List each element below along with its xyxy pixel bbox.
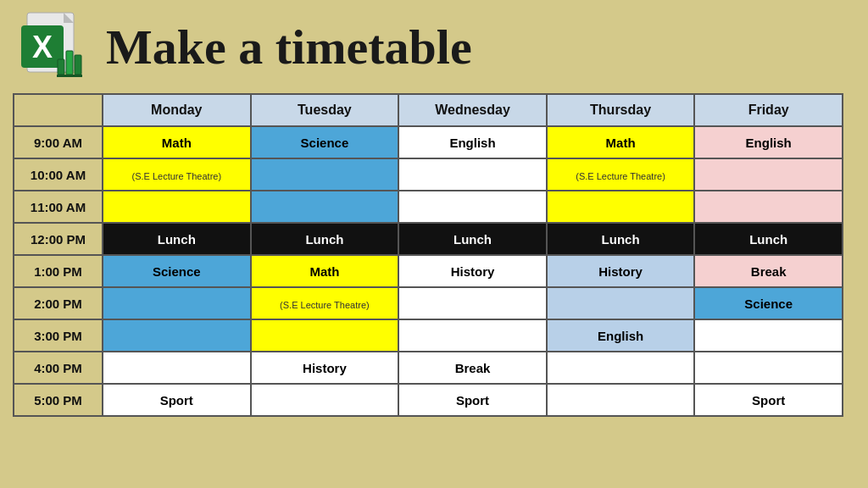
timetable-cell: Sport: [694, 384, 843, 416]
timetable-cell: [251, 158, 399, 191]
timetable-cell: [547, 287, 695, 319]
timetable-cell: Math: [251, 255, 399, 287]
svg-rect-5: [66, 51, 73, 75]
timetable-cell: [694, 352, 843, 384]
timetable-cell: English: [398, 126, 547, 158]
timetable-cell: Math: [547, 126, 695, 158]
time-header: [14, 94, 103, 126]
day-header-tuesday: Tuesday: [251, 94, 399, 126]
timetable-cell: [103, 352, 251, 384]
timetable-cell: Lunch: [547, 223, 695, 255]
table-row: 11:00 AM: [14, 191, 843, 223]
timetable-cell: History: [251, 352, 399, 384]
timetable-cell: History: [547, 255, 695, 287]
timetable-cell: [398, 319, 547, 352]
excel-icon: X: [17, 8, 93, 85]
timetable-cell: Lunch: [398, 223, 547, 255]
timetable: Monday Tuesday Wednesday Thursday Friday…: [13, 93, 843, 417]
day-header-wednesday: Wednesday: [398, 94, 547, 126]
day-header-friday: Friday: [694, 94, 843, 126]
timetable-cell: Lunch: [251, 223, 399, 255]
timetable-cell: Science: [103, 255, 251, 287]
time-cell: 11:00 AM: [14, 191, 103, 223]
time-cell: 5:00 PM: [14, 384, 103, 416]
day-header-monday: Monday: [103, 94, 251, 126]
timetable-cell: [398, 191, 547, 223]
table-row: 10:00 AM(S.E Lecture Theatre)(S.E Lectur…: [14, 158, 843, 191]
svg-rect-4: [58, 59, 64, 75]
day-header-thursday: Thursday: [547, 94, 695, 126]
timetable-cell: [694, 158, 843, 191]
timetable-cell: (S.E Lecture Theatre): [251, 287, 399, 319]
timetable-cell: Lunch: [103, 223, 251, 255]
timetable-cell: [103, 191, 251, 223]
table-row: 9:00 AMMathScienceEnglishMathEnglish: [14, 126, 843, 158]
table-row: 3:00 PMEnglish: [14, 319, 843, 352]
time-cell: 3:00 PM: [14, 319, 103, 352]
time-cell: 9:00 AM: [14, 126, 103, 158]
timetable-cell: [398, 158, 547, 191]
timetable-cell: [103, 287, 251, 319]
timetable-cell: History: [398, 255, 547, 287]
svg-text:X: X: [32, 30, 53, 64]
timetable-cell: (S.E Lecture Theatre): [547, 158, 695, 191]
time-cell: 10:00 AM: [14, 158, 103, 191]
timetable-container: Monday Tuesday Wednesday Thursday Friday…: [0, 89, 868, 421]
timetable-cell: English: [547, 319, 695, 352]
timetable-cell: Science: [694, 287, 843, 319]
timetable-cell: [251, 319, 399, 352]
timetable-cell: [547, 384, 695, 416]
table-row: 5:00 PMSportSportSport: [14, 384, 843, 416]
timetable-cell: [398, 287, 547, 319]
timetable-cell: [251, 191, 399, 223]
time-cell: 1:00 PM: [14, 255, 103, 287]
timetable-cell: [547, 352, 695, 384]
timetable-cell: [103, 319, 251, 352]
header: X Make a timetable: [0, 0, 868, 89]
page-title: Make a timetable: [106, 19, 472, 75]
table-row: 4:00 PMHistoryBreak: [14, 352, 843, 384]
timetable-cell: [251, 384, 399, 416]
timetable-cell: [694, 191, 843, 223]
timetable-cell: Sport: [398, 384, 547, 416]
table-row: 1:00 PMScienceMathHistoryHistoryBreak: [14, 255, 843, 287]
time-cell: 2:00 PM: [14, 287, 103, 319]
table-row: 12:00 PMLunchLunchLunchLunchLunch: [14, 223, 843, 255]
svg-rect-7: [57, 75, 82, 77]
timetable-cell: Sport: [103, 384, 251, 416]
svg-rect-6: [75, 55, 81, 75]
time-cell: 4:00 PM: [14, 352, 103, 384]
timetable-cell: Lunch: [694, 223, 843, 255]
timetable-cell: Science: [251, 126, 399, 158]
timetable-cell: (S.E Lecture Theatre): [103, 158, 251, 191]
time-cell: 12:00 PM: [14, 223, 103, 255]
timetable-cell: Break: [694, 255, 843, 287]
timetable-cell: [547, 191, 695, 223]
table-row: 2:00 PM(S.E Lecture Theatre)Science: [14, 287, 843, 319]
timetable-cell: Math: [103, 126, 251, 158]
timetable-cell: [694, 319, 843, 352]
timetable-cell: Break: [398, 352, 547, 384]
timetable-cell: English: [694, 126, 843, 158]
